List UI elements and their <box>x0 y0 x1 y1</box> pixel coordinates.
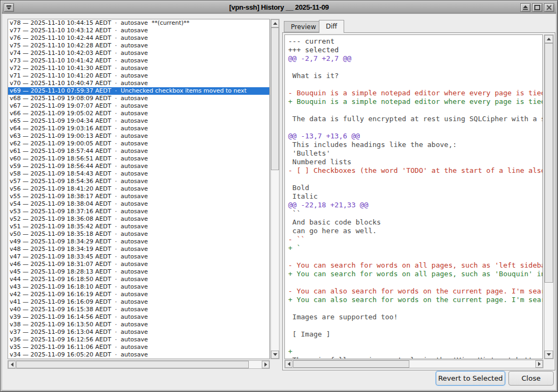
scroll-left-arrow[interactable] <box>8 361 16 368</box>
history-row[interactable]: v51 — 2025-11-09 18:35:42 AEDT · autosav… <box>8 223 269 230</box>
maximize-icon <box>534 5 540 10</box>
scroll-down-arrow[interactable] <box>545 351 553 359</box>
scroll-down-arrow[interactable] <box>271 351 279 359</box>
diff-line: can go here as well. <box>288 227 542 235</box>
diff-line <box>288 175 542 184</box>
history-row[interactable]: v69 — 2025-11-10 07:59:37 AEDT · Uncheck… <box>8 87 269 95</box>
diff-line: + You can search for words on all pages,… <box>288 270 542 278</box>
history-row[interactable]: v72 — 2025-11-10 10:41:30 AEDT · autosav… <box>8 65 269 72</box>
history-row[interactable]: v53 — 2025-11-09 18:37:16 AEDT · autosav… <box>8 208 269 215</box>
history-row[interactable]: v75 — 2025-11-10 10:42:28 AEDT · autosav… <box>8 42 269 50</box>
history-row[interactable]: v65 — 2025-11-09 19:04:34 AEDT · autosav… <box>8 117 269 125</box>
tab-preview[interactable]: Preview <box>284 21 323 32</box>
history-row[interactable]: v48 — 2025-11-09 18:34:19 AEDT · autosav… <box>8 246 269 253</box>
diff-line: Images are supported too! <box>288 313 542 321</box>
arrow-up-icon <box>547 38 551 40</box>
scroll-right-arrow[interactable] <box>262 361 269 368</box>
history-row[interactable]: v67 — 2025-11-09 19:07:07 AEDT · autosav… <box>8 102 269 110</box>
diff-line: Italic <box>288 192 542 201</box>
history-row[interactable]: v38 — 2025-11-09 16:13:50 AEDT · autosav… <box>8 321 269 328</box>
history-row[interactable]: v40 — 2025-11-09 16:15:38 AEDT · autosav… <box>8 306 269 313</box>
history-row[interactable]: v36 — 2025-11-09 16:12:56 AEDT · autosav… <box>8 336 269 344</box>
diff-line: There is full version control via the 'V… <box>288 356 542 359</box>
history-row[interactable]: v37 — 2025-11-09 16:13:04 AEDT · autosav… <box>8 328 269 336</box>
close-button[interactable]: Close <box>508 371 554 386</box>
notebook-pane: --- current+++ selected@@ -2,7 +2,7 @@ W… <box>282 32 555 370</box>
diff-view[interactable]: --- current+++ selected@@ -2,7 +2,7 @@ W… <box>284 34 543 359</box>
maximize-button[interactable] <box>532 3 542 12</box>
arrow-right-icon <box>538 362 541 366</box>
history-row[interactable]: v44 — 2025-11-09 16:18:50 AEDT · autosav… <box>8 276 269 283</box>
history-row[interactable]: v61 — 2025-11-09 18:57:44 AEDT · autosav… <box>8 148 269 155</box>
history-row[interactable]: v46 — 2025-11-09 18:31:07 AEDT · autosav… <box>8 261 269 268</box>
vscroll-thumb[interactable] <box>271 27 279 170</box>
vscroll-thumb[interactable] <box>545 43 553 283</box>
history-row[interactable]: v68 — 2025-11-09 19:08:09 AEDT · autosav… <box>8 95 269 102</box>
minimize-button[interactable] <box>520 3 531 12</box>
scroll-up-arrow[interactable] <box>271 19 279 27</box>
history-row[interactable]: v66 — 2025-11-09 19:05:02 AEDT · autosav… <box>8 110 269 117</box>
history-row[interactable]: v43 — 2025-11-09 16:18:10 AEDT · autosav… <box>8 283 269 291</box>
diff-hscrollbar[interactable] <box>284 360 543 368</box>
hscroll-thumb[interactable] <box>293 360 409 368</box>
tab-diff[interactable]: Diff <box>319 20 344 33</box>
close-icon <box>546 5 552 10</box>
history-row[interactable]: v34 — 2025-11-09 16:05:20 AEDT · autosav… <box>8 351 269 359</box>
diff-line: Bold <box>288 184 542 192</box>
diff-vscrollbar[interactable] <box>544 34 554 359</box>
history-row[interactable]: v78 — 2025-11-10 10:44:15 AEDT · autosav… <box>8 19 269 27</box>
history-row[interactable]: v55 — 2025-11-09 18:38:17 AEDT · autosav… <box>8 193 269 200</box>
diff-line: @@ -13,7 +13,6 @@ <box>288 132 542 141</box>
revert-to-selected-button[interactable]: Revert to Selected <box>436 371 505 386</box>
history-list-hscrollbar[interactable] <box>8 360 270 369</box>
hscroll-thumb[interactable] <box>16 361 249 368</box>
history-row[interactable]: v50 — 2025-11-09 18:35:18 AEDT · autosav… <box>8 230 269 238</box>
diff-line: --- current <box>288 37 542 46</box>
diff-line: - You can search for words on all pages,… <box>288 261 542 270</box>
window-menu-button[interactable] <box>4 3 14 12</box>
history-row[interactable]: v39 — 2025-11-09 16:14:56 AEDT · autosav… <box>8 313 269 321</box>
history-row[interactable]: v59 — 2025-11-09 18:56:44 AEDT · autosav… <box>8 163 269 170</box>
history-row[interactable]: v76 — 2025-11-10 10:42:44 AEDT · autosav… <box>8 34 269 42</box>
diff-line: + ` <box>288 244 542 253</box>
history-row[interactable]: v77 — 2025-11-10 10:43:12 AEDT · autosav… <box>8 27 269 34</box>
history-row[interactable]: v45 — 2025-11-09 18:28:13 AEDT · autosav… <box>8 268 269 276</box>
history-row[interactable]: v70 — 2025-11-10 10:40:47 AEDT · autosav… <box>8 80 269 87</box>
history-row[interactable]: v52 — 2025-11-09 18:36:08 AEDT · autosav… <box>8 215 269 223</box>
titlebar[interactable]: [vpn-ssh] History __ 2025-11-09 <box>2 2 556 13</box>
history-row[interactable]: v57 — 2025-11-09 18:54:36 AEDT · autosav… <box>8 178 269 185</box>
scroll-left-arrow[interactable] <box>285 360 292 368</box>
history-row[interactable]: v63 — 2025-11-09 19:00:13 AEDT · autosav… <box>8 132 269 140</box>
history-row[interactable]: v62 — 2025-11-09 19:00:05 AEDT · autosav… <box>8 140 269 148</box>
history-row[interactable]: v47 — 2025-11-09 18:33:45 AEDT · autosav… <box>8 253 269 261</box>
arrow-left-icon <box>11 362 13 367</box>
history-row[interactable]: v56 — 2025-11-09 18:41:20 AEDT · autosav… <box>8 185 269 193</box>
diff-line: What is it? <box>288 72 542 80</box>
dialog-content: v78 — 2025-11-10 10:44:15 AEDT · autosav… <box>2 14 556 390</box>
history-row[interactable]: v71 — 2025-11-10 10:41:20 AEDT · autosav… <box>8 72 269 80</box>
history-row[interactable]: v42 — 2025-11-09 16:16:19 AEDT · autosav… <box>8 291 269 298</box>
history-row[interactable]: v73 — 2025-11-10 10:41:42 AEDT · autosav… <box>8 57 269 65</box>
history-row[interactable]: v35 — 2025-11-09 16:11:06 AEDT · autosav… <box>8 344 269 351</box>
history-row[interactable]: v54 — 2025-11-09 18:38:04 AEDT · autosav… <box>8 200 269 208</box>
scroll-right-arrow[interactable] <box>535 360 543 368</box>
history-list-vscrollbar[interactable] <box>270 19 280 359</box>
diff-line: - Bouquin is a simple notepad editor whe… <box>288 89 542 97</box>
history-row[interactable]: v64 — 2025-11-09 19:03:16 AEDT · autosav… <box>8 125 269 132</box>
history-row[interactable]: v60 — 2025-11-09 18:56:51 AEDT · autosav… <box>8 155 269 163</box>
history-row[interactable]: v41 — 2025-11-09 16:16:09 AEDT · autosav… <box>8 298 269 306</box>
history-row[interactable]: v49 — 2025-11-09 18:34:29 AEDT · autosav… <box>8 238 269 246</box>
diff-line: - You can also search for words on the c… <box>288 287 542 296</box>
history-list[interactable]: v78 — 2025-11-10 10:44:15 AEDT · autosav… <box>8 19 270 359</box>
diff-line <box>288 253 542 261</box>
diff-line <box>288 106 542 115</box>
diff-line <box>288 123 542 132</box>
diff-line: The data is fully encrypted at rest usin… <box>288 115 542 123</box>
history-row[interactable]: v74 — 2025-11-10 10:42:03 AEDT · autosav… <box>8 50 269 57</box>
close-button-titlebar[interactable] <box>544 3 554 12</box>
history-row[interactable]: v58 — 2025-11-09 18:54:43 AEDT · autosav… <box>8 170 269 178</box>
arrow-down-icon <box>547 353 551 356</box>
scroll-up-arrow[interactable] <box>545 35 553 43</box>
diff-line <box>288 321 542 330</box>
history-row[interactable]: v33 — 2025-11-09 16:05:01 AEDT · autosav… <box>8 359 269 359</box>
